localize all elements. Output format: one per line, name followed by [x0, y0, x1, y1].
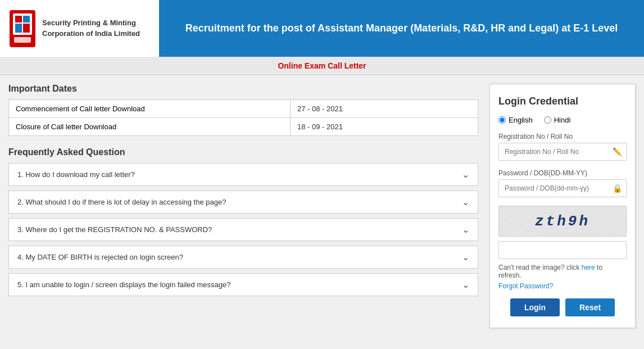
faq-item-1[interactable]: 1. How do I download my call letter? ⌄: [8, 163, 478, 186]
header: Security Printing & Minting Corporation …: [0, 0, 644, 57]
svg-rect-4: [15, 24, 22, 33]
chevron-down-icon-3: ⌄: [462, 224, 469, 235]
svg-rect-2: [15, 16, 22, 22]
date-label-2: Closure of Call letter Download: [9, 118, 291, 136]
registration-input[interactable]: [498, 143, 627, 161]
button-row: Login Reset: [498, 298, 627, 316]
cant-read-text: Can't read the image? click here to refr…: [498, 264, 627, 279]
password-input-wrapper: 🔒: [498, 179, 627, 197]
reg-label: Registration No / Roll No: [498, 133, 627, 140]
table-row: Commencement of Call letter Download 27 …: [9, 100, 478, 118]
date-value-1: 27 - 08 - 2021: [291, 100, 478, 118]
chevron-down-icon-1: ⌄: [462, 169, 469, 180]
header-title: Recruitment for the post of Assistant Ma…: [159, 21, 644, 35]
date-value-2: 18 - 09 - 2021: [291, 118, 478, 136]
logo-section: Security Printing & Minting Corporation …: [0, 0, 159, 57]
left-panel: Important Dates Commencement of Call let…: [8, 84, 489, 301]
faq-question-5: 5. I am unable to login / screen display…: [17, 280, 230, 289]
password-input[interactable]: [498, 179, 627, 197]
english-radio[interactable]: [498, 116, 506, 124]
login-button[interactable]: Login: [510, 298, 560, 316]
captcha-image: zth9h: [498, 206, 627, 237]
hindi-radio[interactable]: [544, 116, 551, 124]
english-option[interactable]: English: [498, 116, 533, 124]
important-dates-title: Important Dates: [8, 84, 478, 94]
faq-question-4: 4. My DATE OF BIRTH is rejected on login…: [17, 253, 183, 261]
logo-icon: [8, 9, 37, 48]
table-row: Closure of Call letter Download 18 - 09 …: [9, 118, 478, 136]
english-label: English: [509, 116, 533, 124]
login-panel: Login Credential English Hindi Registrat…: [489, 84, 636, 328]
faq-item-5[interactable]: 5. I am unable to login / screen display…: [8, 273, 478, 296]
dates-table: Commencement of Call letter Download 27 …: [8, 99, 478, 136]
svg-rect-3: [23, 16, 30, 22]
chevron-down-icon-5: ⌄: [462, 279, 469, 290]
reg-input-wrapper: ✏️: [498, 143, 627, 161]
language-selector: English Hindi: [498, 116, 627, 124]
faq-question-2: 2. What should I do if there is lot of d…: [17, 198, 226, 206]
faq-question-3: 3. Where do I get the REGISTRATION NO. &…: [17, 225, 212, 234]
reset-button[interactable]: Reset: [565, 298, 615, 316]
login-title: Login Credential: [498, 96, 627, 107]
forgot-password-link[interactable]: Forgot Password?: [498, 282, 627, 290]
refresh-captcha-link[interactable]: here: [582, 264, 595, 271]
password-label: Password / DOB(DD-MM-YY): [498, 169, 627, 177]
main-container: Important Dates Commencement of Call let…: [0, 75, 644, 337]
hindi-option[interactable]: Hindi: [544, 116, 571, 124]
date-label-1: Commencement of Call letter Download: [9, 100, 291, 118]
svg-rect-5: [23, 24, 30, 33]
faq-item-2[interactable]: 2. What should I do if there is lot of d…: [8, 191, 478, 214]
logo-text: Security Printing & Minting Corporation …: [42, 18, 140, 38]
edit-icon: ✏️: [613, 147, 622, 156]
chevron-down-icon-2: ⌄: [462, 197, 469, 207]
captcha-text: zth9h: [535, 213, 590, 230]
svg-rect-6: [14, 37, 31, 43]
captcha-input[interactable]: [498, 241, 627, 259]
hindi-label: Hindi: [554, 116, 571, 124]
faq-item-3[interactable]: 3. Where do I get the REGISTRATION NO. &…: [8, 218, 478, 241]
subtitle-bar: Online Exam Call Letter: [0, 57, 644, 75]
faq-item-4[interactable]: 4. My DATE OF BIRTH is rejected on login…: [8, 246, 478, 269]
faq-question-1: 1. How do I download my call letter?: [17, 170, 135, 179]
chevron-down-icon-4: ⌄: [462, 252, 469, 262]
faq-title: Frequently Asked Question: [8, 147, 478, 157]
lock-icon: 🔒: [613, 184, 622, 193]
